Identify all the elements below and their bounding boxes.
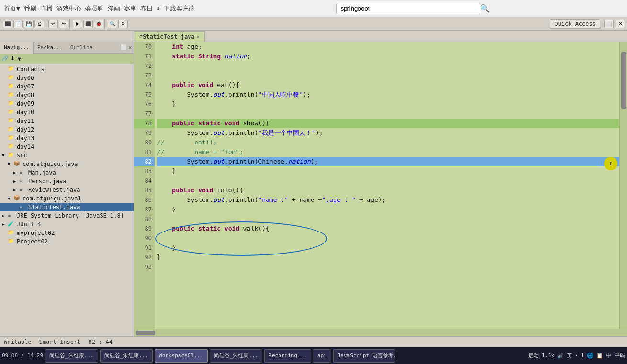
- panel-toolbar-btn-1[interactable]: 🔗: [2, 55, 9, 62]
- code-line[interactable]: public void eat(){: [157, 80, 619, 90]
- nav-spring[interactable]: 春日: [140, 4, 153, 13]
- taskbar-item[interactable]: JavaScript 语言参考...: [333, 349, 395, 363]
- toolbar-btn-7[interactable]: ▶: [73, 20, 82, 28]
- right-scrollbar[interactable]: [619, 42, 627, 329]
- code-lines[interactable]: int age; static String nation; public vo…: [155, 42, 619, 329]
- tree-item[interactable]: ▶🧪JUnit 4: [0, 220, 134, 229]
- tree-item[interactable]: ▼📦com.atguigu.java: [0, 160, 134, 168]
- tree-item[interactable]: 📁day10: [0, 108, 134, 117]
- taskbar-item[interactable]: 尚硅谷_朱红康...: [210, 349, 263, 363]
- toolbar-btn-11[interactable]: ⚙: [118, 20, 128, 28]
- cursor-indicator: I: [604, 157, 617, 170]
- toolbar-btn-1[interactable]: ⬛: [3, 20, 12, 28]
- code-line[interactable]: public static void show(){: [157, 119, 619, 128]
- code-line[interactable]: [157, 109, 619, 119]
- code-line[interactable]: [157, 214, 619, 224]
- code-line[interactable]: [157, 71, 619, 80]
- toolbar-btn-8[interactable]: ⬛: [83, 20, 93, 28]
- toolbar-btn-9[interactable]: 🐞: [94, 20, 103, 28]
- nav-member[interactable]: 会员购: [85, 4, 104, 13]
- code-line[interactable]: [157, 176, 619, 186]
- code-token: );: [303, 91, 311, 98]
- code-line[interactable]: static String nation;: [157, 52, 619, 61]
- code-line[interactable]: public static void walk(){: [157, 224, 619, 233]
- bottom-scrollbar[interactable]: [134, 329, 627, 336]
- toolbar-btn-3[interactable]: 💾: [24, 20, 34, 28]
- code-line[interactable]: System.out.println("中国人吃中餐");: [157, 90, 619, 99]
- panel-icon-close[interactable]: ✕: [128, 44, 132, 51]
- panel-toolbar-btn-3[interactable]: ▼: [17, 56, 22, 62]
- nav-comic[interactable]: 漫画: [108, 4, 120, 13]
- code-line[interactable]: }: [157, 205, 619, 214]
- code-line[interactable]: int age;: [157, 42, 619, 52]
- tree-item[interactable]: ▶☕Person.java: [0, 177, 134, 186]
- taskbar-item[interactable]: 尚硅谷_朱红康...: [45, 349, 98, 363]
- tree-item[interactable]: 📁day13: [0, 134, 134, 143]
- code-line[interactable]: System.out.println(Chinese.nation);: [157, 157, 619, 166]
- tree-item[interactable]: ▶☕ReviewTest.java: [0, 186, 134, 194]
- toolbar-btn-4[interactable]: 🖨: [34, 20, 44, 28]
- code-line[interactable]: public void info(){: [157, 186, 619, 195]
- tree-item[interactable]: 📁day14: [0, 143, 134, 151]
- taskbar-ime[interactable]: 中 平码: [606, 352, 625, 359]
- taskbar-clipboard[interactable]: 📋: [596, 353, 603, 359]
- tree-item[interactable]: 📁day12: [0, 125, 134, 134]
- code-token-kw: public: [172, 81, 194, 88]
- tree-item[interactable]: ▼📦com.atguigu.java1: [0, 194, 134, 203]
- tree-item[interactable]: 📁day08: [0, 91, 134, 99]
- tree-item[interactable]: 📁Project02: [0, 237, 134, 246]
- code-line[interactable]: System.out.println("name :" + name +",ag…: [157, 195, 619, 205]
- code-line[interactable]: }: [157, 253, 619, 262]
- tree-item[interactable]: 📁day06: [0, 74, 134, 82]
- panel-tab-packa[interactable]: Packa...: [34, 42, 67, 54]
- panel-toolbar-btn-2[interactable]: ⬇: [11, 55, 15, 62]
- code-line[interactable]: }: [157, 243, 619, 253]
- tree-item[interactable]: 📁day09: [0, 99, 134, 108]
- code-line[interactable]: [157, 233, 619, 243]
- taskbar-lang[interactable]: 英: [567, 352, 572, 359]
- code-line[interactable]: }: [157, 166, 619, 176]
- tree-item[interactable]: ▶☕JRE System Library [JavaSE-1.8]: [0, 211, 134, 220]
- bottom-scroll-thumb[interactable]: [136, 331, 155, 335]
- search-input[interactable]: [336, 3, 480, 14]
- code-line[interactable]: }: [157, 99, 619, 109]
- tab-close-icon[interactable]: ✕: [197, 34, 200, 39]
- tree-item[interactable]: ▼📁src: [0, 151, 134, 160]
- tree-item[interactable]: 📁day11: [0, 117, 134, 125]
- panel-icon-collapse[interactable]: ⬜: [121, 44, 127, 51]
- nav-download[interactable]: ⬇ 下载客户端: [157, 4, 195, 13]
- tree-item[interactable]: 📁myproject02: [0, 229, 134, 237]
- toolbar-maximize[interactable]: ⬜: [604, 20, 614, 28]
- code-line[interactable]: System.out.println("我是一个中国人！");: [157, 128, 619, 138]
- taskbar-volume[interactable]: 🔊: [557, 353, 564, 359]
- nav-home[interactable]: 首页▼: [4, 4, 20, 13]
- scrollbar-thumb[interactable]: [621, 52, 626, 109]
- code-line[interactable]: // eat();: [157, 138, 619, 147]
- taskbar-item[interactable]: Recording...: [264, 349, 311, 363]
- taskbar-item[interactable]: Workspace01...: [155, 349, 208, 363]
- tree-item[interactable]: 📁day07: [0, 82, 134, 91]
- toolbar-btn-2[interactable]: 📄: [13, 20, 23, 28]
- taskbar-item[interactable]: api: [313, 349, 331, 363]
- toolbar-btn-10[interactable]: 🔍: [108, 20, 117, 28]
- tree-item[interactable]: ☕StaticTest.java: [0, 203, 134, 211]
- tree-item[interactable]: ▶☕Man.java: [0, 168, 134, 177]
- tab-statictest[interactable]: *StaticTest.java ✕: [134, 31, 205, 42]
- toolbar-btn-5[interactable]: ↩: [48, 20, 58, 28]
- panel-tab-outline[interactable]: Outline: [67, 42, 96, 54]
- code-line[interactable]: [157, 61, 619, 71]
- tree-item[interactable]: 📁Contacts: [0, 65, 134, 74]
- nav-sports[interactable]: 赛事: [124, 4, 136, 13]
- taskbar-network[interactable]: 🌐: [587, 353, 593, 359]
- code-line[interactable]: // name = "Tom";: [157, 147, 619, 157]
- nav-live[interactable]: 直播: [40, 4, 53, 13]
- search-button[interactable]: 🔍: [480, 3, 490, 14]
- panel-tab-navig[interactable]: Navig...: [0, 42, 34, 54]
- nav-tv[interactable]: 番剧: [24, 4, 36, 13]
- toolbar-close[interactable]: ✕: [616, 20, 625, 28]
- code-line[interactable]: [157, 262, 619, 272]
- tree-item-label: com.atguigu.java: [22, 161, 78, 167]
- taskbar-item[interactable]: 尚硅谷_朱红康...: [100, 349, 153, 363]
- toolbar-btn-6[interactable]: ↪: [59, 20, 68, 28]
- nav-game[interactable]: 游戏中心: [56, 4, 81, 13]
